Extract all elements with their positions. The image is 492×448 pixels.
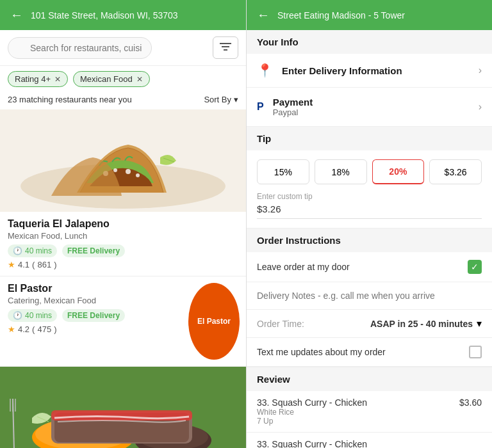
updates-checkbox[interactable] [469,346,482,358]
sort-chevron-icon: ▾ [234,95,238,104]
tip-custom-label: Enter custom tip [257,192,482,201]
el-pastor-logo: El Pastor [188,283,240,360]
tip-value: $3.26 [257,204,482,219]
item-sub-1: White Rice [257,408,367,417]
location-icon: 📍 [257,63,273,78]
payment-content: Payment Paypal [273,97,470,117]
restaurant-cuisine: Catering, Mexican Food [8,296,174,305]
your-info-label: Your Info [247,30,492,54]
item-sub-2: 7 Up [257,417,367,426]
results-count: 23 matching restaurants near you [8,95,132,104]
mexican-chip-label: Mexican Food [80,74,133,84]
back-icon-right[interactable]: ← [257,8,270,22]
updates-label: Text me updates about my order [257,347,386,357]
review-item-info: 33. Squash Curry - Chicken [257,439,367,448]
delivery-content: Enter Delivery Information [282,65,470,76]
list-item[interactable] [0,367,246,448]
mexican-chip[interactable]: Mexican Food ✕ [73,71,150,87]
left-header: ← 101 State Street, Madison WI, 53703 [0,0,246,30]
right-title: Street Eating Madison - 5 Tower [277,10,405,20]
rating-chip-remove[interactable]: ✕ [54,75,61,84]
order-time-row[interactable]: Order Time: ASAP in 25 - 40 minutes ▾ [247,310,492,338]
right-panel: ← Street Eating Madison - 5 Tower Your I… [246,0,492,448]
tip-btn-15[interactable]: 15% [257,159,309,184]
sort-button[interactable]: Sort By ▾ [204,95,238,104]
review-item: 33. Squash Curry - Chicken White Rice 7 … [247,391,492,433]
search-bar: 🔍 [0,30,246,66]
leave-order-row[interactable]: Leave order at my door ✓ [247,252,492,282]
tip-btn-18[interactable]: 18% [315,159,367,184]
payment-title: Payment [273,97,470,108]
restaurant-list: Taqueria El Jalapeno Mexican Food, Lunch… [0,109,246,448]
tip-btn-20[interactable]: 20% [372,159,425,184]
list-item[interactable]: Taqueria El Jalapeno Mexican Food, Lunch… [0,109,246,276]
left-panel: ← 101 State Street, Madison WI, 53703 🔍 … [0,0,246,448]
tip-btn-custom[interactable]: $3.26 [429,159,482,184]
review-label: Review [247,367,492,391]
svg-point-6 [113,168,117,172]
list-item[interactable]: El Pastor Catering, Mexican Food 🕐 40 mi… [0,276,246,367]
restaurant-tags: 🕐 40 mins FREE Delivery [8,244,238,257]
restaurant-rating: ★ 4.1 (861) [8,260,238,269]
order-instructions-label: Order Instructions [247,228,492,252]
back-icon-left[interactable]: ← [10,8,23,22]
filter-button[interactable] [213,36,238,59]
delivery-title: Enter Delivery Information [282,65,470,76]
left-address: 101 State Street, Madison WI, 53703 [31,10,178,20]
delivery-time-tag: 🕐 40 mins [8,244,57,257]
delivery-notes-input[interactable] [257,291,482,301]
order-time-dropdown[interactable]: ASAP in 25 - 40 minutes ▾ [370,317,482,330]
delivery-time-tag: 🕐 40 mins [8,309,57,322]
delivery-notes-field[interactable] [247,282,492,310]
review-section: 33. Squash Curry - Chicken White Rice 7 … [247,391,492,448]
right-header: ← Street Eating Madison - 5 Tower [247,0,492,30]
filter-chips: Rating 4+ ✕ Mexican Food ✕ [0,66,246,92]
mexican-chip-remove[interactable]: ✕ [136,75,143,84]
star-icon: ★ [8,324,15,334]
tip-section: 15% 18% 20% $3.26 Enter custom tip $3.26 [247,150,492,228]
restaurant-name: El Pastor [8,283,174,294]
restaurant-tags: 🕐 40 mins FREE Delivery [8,309,174,322]
restaurant-rating: ★ 4.2 (475) [8,324,174,334]
item-name: 33. Squash Curry - Chicken [257,397,367,408]
delivery-row[interactable]: 📍 Enter Delivery Information › [247,54,492,88]
review-item-info: 33. Squash Curry - Chicken White Rice 7 … [257,397,367,426]
order-instructions: Leave order at my door ✓ Order Time: ASA… [247,252,492,367]
delivery-chevron-icon: › [479,65,482,76]
order-time-chevron-icon: ▾ [477,317,482,330]
clock-icon: 🕐 [13,246,22,255]
order-time-label: Order Time: [257,319,304,329]
payment-icon: P [257,101,264,113]
leave-order-checkbox[interactable]: ✓ [468,260,482,274]
payment-chevron-icon: › [479,101,482,113]
svg-point-8 [136,173,140,177]
tip-section-label: Tip [247,127,492,150]
results-bar: 23 matching restaurants near you Sort By… [0,92,246,109]
free-delivery-tag: FREE Delivery [62,309,125,322]
taco-image [0,109,246,212]
restaurant-info: El Pastor Catering, Mexican Food 🕐 40 mi… [0,276,182,366]
updates-row[interactable]: Text me updates about my order [247,338,492,367]
tip-options: 15% 18% 20% $3.26 [257,159,482,184]
payment-subtitle: Paypal [273,108,470,117]
search-input[interactable] [8,37,152,59]
leave-order-label: Leave order at my door [257,262,350,272]
review-item: 33. Squash Curry - Chicken [247,433,492,448]
restaurant-info: Taqueria El Jalapeno Mexican Food, Lunch… [0,212,246,276]
restaurant-name: Taqueria El Jalapeno [8,218,238,230]
filter-icon [220,42,231,51]
svg-point-7 [126,169,131,174]
free-delivery-tag: FREE Delivery [62,244,125,257]
clock-icon: 🕐 [13,311,22,320]
search-wrapper: 🔍 [8,37,208,59]
enchilada-image [0,367,246,448]
item-price: $3.60 [459,397,482,408]
rating-chip[interactable]: Rating 4+ ✕ [8,71,68,87]
star-icon: ★ [8,260,15,269]
el-pastor-card: El Pastor Catering, Mexican Food 🕐 40 mi… [0,276,246,366]
order-time-value: ASAP in 25 - 40 minutes [370,319,473,329]
item-name: 33. Squash Curry - Chicken [257,439,367,448]
rating-chip-label: Rating 4+ [15,74,51,84]
restaurant-cuisine: Mexican Food, Lunch [8,231,238,241]
payment-row[interactable]: P Payment Paypal › [247,88,492,127]
